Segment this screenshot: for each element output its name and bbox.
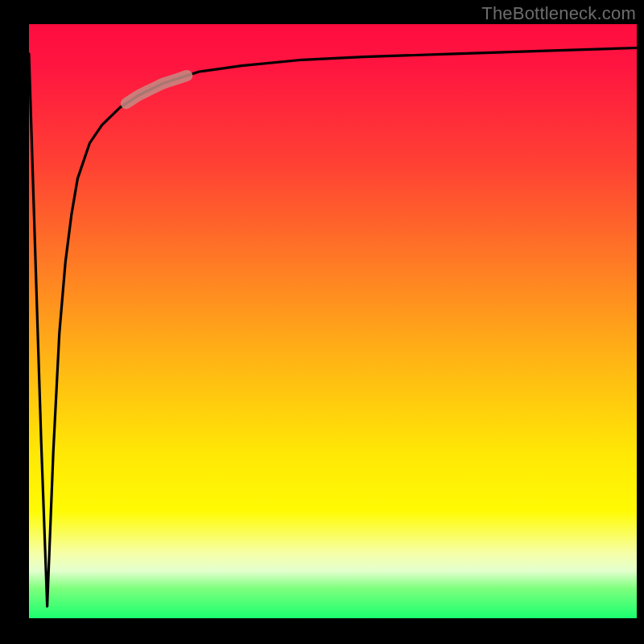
plot-area [29, 24, 637, 618]
bottleneck-curve [29, 24, 637, 618]
watermark-text: TheBottleneck.com [481, 3, 636, 24]
chart-frame: TheBottleneck.com [0, 0, 644, 644]
